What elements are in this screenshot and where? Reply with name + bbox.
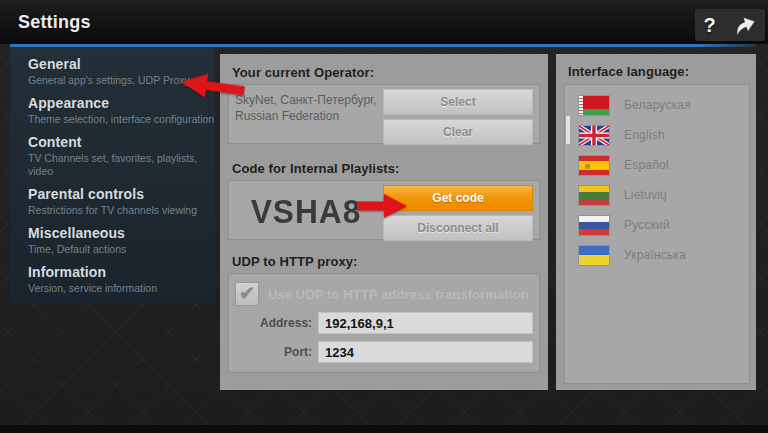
sidebar-item-subtitle: Theme selection, interface configuration [28,113,215,126]
sidebar-item-miscellaneous[interactable]: Miscellaneous Time, Default actions [28,225,215,256]
language-item-ukrainian[interactable]: Українська [565,240,749,270]
language-item-belarusian[interactable]: Беларуская [565,90,749,120]
flag-ukraine-icon [579,246,609,265]
sidebar-item-title: Appearance [28,95,215,112]
sidebar-item-parental-controls[interactable]: Parental controls Restrictions for TV ch… [28,186,215,217]
sidebar-item-content[interactable]: Content TV Channels set, favorites, play… [28,134,215,178]
language-item-english[interactable]: English [565,120,749,150]
sidebar-item-subtitle: Restrictions for TV channels viewing [28,204,215,217]
share-arrow-icon [730,11,760,39]
language-listbox: Беларуская English [564,84,750,384]
help-button[interactable]: ? [703,15,715,35]
proxy-checkbox-label: Use UDP to HTTP address transformation [268,287,529,302]
flag-spain-icon [579,156,609,175]
annotation-arrow-get-code [357,194,407,215]
operator-section-label: Your current Operator: [232,65,540,80]
select-operator-button[interactable]: Select [383,89,533,115]
sidebar-item-title: Information [28,264,215,281]
address-row: Address: [235,312,533,334]
language-label: Русский [624,218,670,232]
clear-operator-button[interactable]: Clear [383,119,533,145]
playlist-code-value: VSHA8 [238,185,374,231]
flag-belarus-icon [579,96,609,115]
port-input[interactable] [318,341,533,363]
operator-section: SkyNet, Санкт-Петербург, Russian Federat… [228,84,540,144]
sidebar-item-title: Parental controls [28,186,215,203]
port-row: Port: [235,341,533,363]
sidebar-item-subtitle: TV Channels set, favorites, playlists, v… [28,152,215,178]
scrollbar-thumb[interactable] [566,116,570,144]
playlist-code-section-label: Code for Internal Playlists: [232,161,540,176]
sidebar-item-appearance[interactable]: Appearance Theme selection, interface co… [28,95,215,126]
operator-line2: Russian Federation [235,109,339,123]
bottom-edge [0,425,768,433]
flag-lithuania-icon [579,186,609,205]
language-label: Беларуская [624,98,691,112]
exit-button[interactable] [733,14,757,36]
language-label: Español [624,158,669,172]
proxy-section: ✔ Use UDP to HTTP address transformation… [228,273,540,373]
sidebar-item-title: Content [28,134,215,151]
header-bar: Settings ? [0,0,768,44]
language-item-spanish[interactable]: Español [565,150,749,180]
language-label: Lietuvių [624,188,667,202]
settings-screen: Settings ? General General app's setting… [0,0,768,433]
address-label: Address: [235,316,318,330]
header-actions: ? [695,9,765,41]
udp-transformation-checkbox[interactable]: ✔ [235,282,259,306]
language-label: English [624,128,665,142]
operator-line1: SkyNet, Санкт-Петербург, [235,93,376,107]
current-operator-value: SkyNet, Санкт-Петербург, Russian Federat… [235,89,377,124]
proxy-section-label: UDP to HTTP proxy: [232,254,540,269]
proxy-checkbox-row: ✔ Use UDP to HTTP address transformation [235,282,533,306]
sidebar-item-subtitle: Time, Default actions [28,243,215,256]
interface-language-panel: Interface language: Беларуская [556,54,756,390]
flag-russia-icon [579,216,609,235]
address-input[interactable] [318,312,533,334]
language-item-russian[interactable]: Русский [565,210,749,240]
interface-language-label: Interface language: [568,64,750,79]
disconnect-all-button[interactable]: Disconnect all [383,215,533,241]
port-label: Port: [235,345,318,359]
sidebar-item-information[interactable]: Information Version, service information [28,264,215,295]
sidebar-item-subtitle: Version, service information [28,282,215,295]
operator-buttons: Select Clear [383,89,533,145]
general-settings-panel: Your current Operator: SkyNet, Санкт-Пет… [220,54,548,390]
page-title: Settings [18,12,91,33]
flag-united-kingdom-icon [579,126,609,145]
language-item-lithuanian[interactable]: Lietuvių [565,180,749,210]
checkmark-icon: ✔ [239,284,255,303]
sidebar-item-title: Miscellaneous [28,225,215,242]
language-label: Українська [624,248,686,262]
